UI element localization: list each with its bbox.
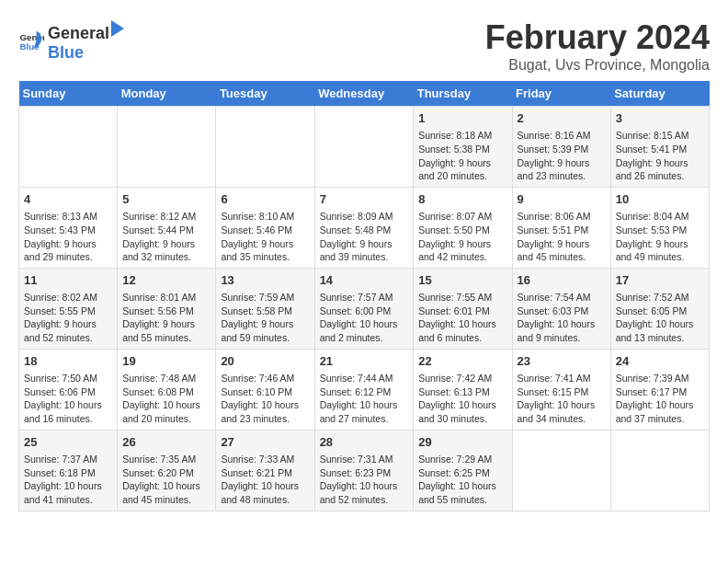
header-saturday: Saturday: [610, 81, 709, 107]
calendar-cell: 15Sunrise: 7:55 AM Sunset: 6:01 PM Dayli…: [414, 268, 512, 349]
calendar-cell: [314, 107, 414, 188]
day-number: 2: [518, 110, 606, 127]
day-info: Sunrise: 8:01 AM Sunset: 5:56 PM Dayligh…: [122, 291, 210, 345]
day-number: 4: [24, 191, 112, 208]
calendar-cell: 8Sunrise: 8:07 AM Sunset: 5:50 PM Daylig…: [414, 187, 512, 268]
logo-text-general: General: [48, 24, 109, 43]
logo: General Blue General Blue: [18, 18, 126, 63]
day-number: 6: [221, 191, 309, 208]
day-info: Sunrise: 8:13 AM Sunset: 5:43 PM Dayligh…: [24, 210, 112, 264]
day-number: 12: [122, 272, 210, 289]
day-number: 28: [320, 434, 409, 451]
day-info: Sunrise: 8:15 AM Sunset: 5:41 PM Dayligh…: [616, 129, 704, 183]
day-info: Sunrise: 7:52 AM Sunset: 6:05 PM Dayligh…: [616, 291, 704, 345]
calendar-cell: 14Sunrise: 7:57 AM Sunset: 6:00 PM Dayli…: [314, 268, 414, 349]
calendar-cell: 1Sunrise: 8:18 AM Sunset: 5:38 PM Daylig…: [414, 107, 512, 188]
day-number: 18: [24, 353, 112, 370]
svg-text:Blue: Blue: [19, 41, 40, 52]
calendar-cell: [118, 107, 216, 188]
header-wednesday: Wednesday: [314, 81, 414, 107]
day-number: 15: [418, 272, 506, 289]
day-number: 10: [616, 191, 704, 208]
calendar-week-row: 1Sunrise: 8:18 AM Sunset: 5:38 PM Daylig…: [19, 107, 710, 188]
calendar-cell: 12Sunrise: 8:01 AM Sunset: 5:56 PM Dayli…: [118, 268, 216, 349]
header-thursday: Thursday: [414, 81, 512, 107]
header-tuesday: Tuesday: [216, 81, 314, 107]
day-info: Sunrise: 8:18 AM Sunset: 5:38 PM Dayligh…: [418, 129, 506, 183]
day-number: 29: [418, 434, 506, 451]
calendar-header-row: SundayMondayTuesdayWednesdayThursdayFrid…: [19, 81, 710, 107]
day-info: Sunrise: 7:42 AM Sunset: 6:13 PM Dayligh…: [418, 372, 506, 426]
day-info: Sunrise: 8:06 AM Sunset: 5:51 PM Dayligh…: [518, 210, 606, 264]
day-number: 1: [418, 110, 506, 127]
calendar-cell: 11Sunrise: 8:02 AM Sunset: 5:55 PM Dayli…: [19, 268, 118, 349]
calendar-cell: 10Sunrise: 8:04 AM Sunset: 5:53 PM Dayli…: [610, 187, 709, 268]
calendar-cell: 3Sunrise: 8:15 AM Sunset: 5:41 PM Daylig…: [610, 107, 709, 188]
day-number: 7: [320, 191, 409, 208]
day-number: 23: [518, 353, 606, 370]
day-number: 11: [24, 272, 112, 289]
day-number: 3: [616, 110, 704, 127]
subtitle: Bugat, Uvs Province, Mongolia: [485, 57, 710, 74]
calendar-week-row: 18Sunrise: 7:50 AM Sunset: 6:06 PM Dayli…: [19, 349, 710, 430]
day-number: 17: [616, 272, 704, 289]
calendar-cell: 28Sunrise: 7:31 AM Sunset: 6:23 PM Dayli…: [314, 430, 414, 511]
main-title: February 2024: [485, 18, 710, 57]
calendar-cell: 9Sunrise: 8:06 AM Sunset: 5:51 PM Daylig…: [512, 187, 610, 268]
calendar-cell: [19, 107, 118, 188]
day-info: Sunrise: 8:02 AM Sunset: 5:55 PM Dayligh…: [24, 291, 112, 345]
calendar-cell: 6Sunrise: 8:10 AM Sunset: 5:46 PM Daylig…: [216, 187, 314, 268]
header: General Blue General Blue February 2024 …: [18, 18, 710, 74]
calendar-cell: 17Sunrise: 7:52 AM Sunset: 6:05 PM Dayli…: [610, 268, 709, 349]
day-number: 14: [320, 272, 409, 289]
day-number: 16: [518, 272, 606, 289]
day-info: Sunrise: 8:16 AM Sunset: 5:39 PM Dayligh…: [518, 129, 606, 183]
day-info: Sunrise: 7:46 AM Sunset: 6:10 PM Dayligh…: [221, 372, 309, 426]
calendar-cell: 4Sunrise: 8:13 AM Sunset: 5:43 PM Daylig…: [19, 187, 118, 268]
calendar-cell: [610, 430, 709, 511]
day-number: 20: [221, 353, 309, 370]
calendar-cell: 25Sunrise: 7:37 AM Sunset: 6:18 PM Dayli…: [19, 430, 118, 511]
calendar-cell: 5Sunrise: 8:12 AM Sunset: 5:44 PM Daylig…: [118, 187, 216, 268]
day-info: Sunrise: 7:29 AM Sunset: 6:25 PM Dayligh…: [418, 453, 506, 507]
header-sunday: Sunday: [19, 81, 118, 107]
day-number: 19: [122, 353, 210, 370]
day-number: 21: [320, 353, 409, 370]
calendar-cell: 23Sunrise: 7:41 AM Sunset: 6:15 PM Dayli…: [512, 349, 610, 430]
logo-icon: General Blue: [18, 28, 44, 53]
svg-marker-2: [111, 20, 124, 37]
calendar-cell: 22Sunrise: 7:42 AM Sunset: 6:13 PM Dayli…: [414, 349, 512, 430]
calendar-cell: 24Sunrise: 7:39 AM Sunset: 6:17 PM Dayli…: [610, 349, 709, 430]
title-area: February 2024 Bugat, Uvs Province, Mongo…: [485, 18, 710, 74]
day-info: Sunrise: 7:33 AM Sunset: 6:21 PM Dayligh…: [221, 453, 309, 507]
calendar-cell: 21Sunrise: 7:44 AM Sunset: 6:12 PM Dayli…: [314, 349, 414, 430]
calendar-week-row: 4Sunrise: 8:13 AM Sunset: 5:43 PM Daylig…: [19, 187, 710, 268]
calendar-cell: [512, 430, 610, 511]
calendar-cell: [216, 107, 314, 188]
day-info: Sunrise: 7:31 AM Sunset: 6:23 PM Dayligh…: [320, 453, 409, 507]
day-info: Sunrise: 7:35 AM Sunset: 6:20 PM Dayligh…: [122, 453, 210, 507]
day-number: 8: [418, 191, 506, 208]
day-info: Sunrise: 7:50 AM Sunset: 6:06 PM Dayligh…: [24, 372, 112, 426]
calendar-cell: 16Sunrise: 7:54 AM Sunset: 6:03 PM Dayli…: [512, 268, 610, 349]
day-info: Sunrise: 7:44 AM Sunset: 6:12 PM Dayligh…: [320, 372, 409, 426]
day-info: Sunrise: 8:09 AM Sunset: 5:48 PM Dayligh…: [320, 210, 409, 264]
day-info: Sunrise: 7:37 AM Sunset: 6:18 PM Dayligh…: [24, 453, 112, 507]
calendar-cell: 26Sunrise: 7:35 AM Sunset: 6:20 PM Dayli…: [118, 430, 216, 511]
day-info: Sunrise: 8:07 AM Sunset: 5:50 PM Dayligh…: [418, 210, 506, 264]
logo-arrow-icon: [109, 18, 126, 39]
header-monday: Monday: [118, 81, 216, 107]
day-info: Sunrise: 8:04 AM Sunset: 5:53 PM Dayligh…: [616, 210, 704, 264]
day-number: 26: [122, 434, 210, 451]
day-number: 25: [24, 434, 112, 451]
header-friday: Friday: [512, 81, 610, 107]
calendar-cell: 19Sunrise: 7:48 AM Sunset: 6:08 PM Dayli…: [118, 349, 216, 430]
day-info: Sunrise: 7:41 AM Sunset: 6:15 PM Dayligh…: [518, 372, 606, 426]
day-info: Sunrise: 7:59 AM Sunset: 5:58 PM Dayligh…: [221, 291, 309, 345]
day-info: Sunrise: 8:12 AM Sunset: 5:44 PM Dayligh…: [122, 210, 210, 264]
day-info: Sunrise: 7:54 AM Sunset: 6:03 PM Dayligh…: [518, 291, 606, 345]
calendar-week-row: 11Sunrise: 8:02 AM Sunset: 5:55 PM Dayli…: [19, 268, 710, 349]
calendar-cell: 27Sunrise: 7:33 AM Sunset: 6:21 PM Dayli…: [216, 430, 314, 511]
day-number: 9: [518, 191, 606, 208]
calendar-cell: 29Sunrise: 7:29 AM Sunset: 6:25 PM Dayli…: [414, 430, 512, 511]
